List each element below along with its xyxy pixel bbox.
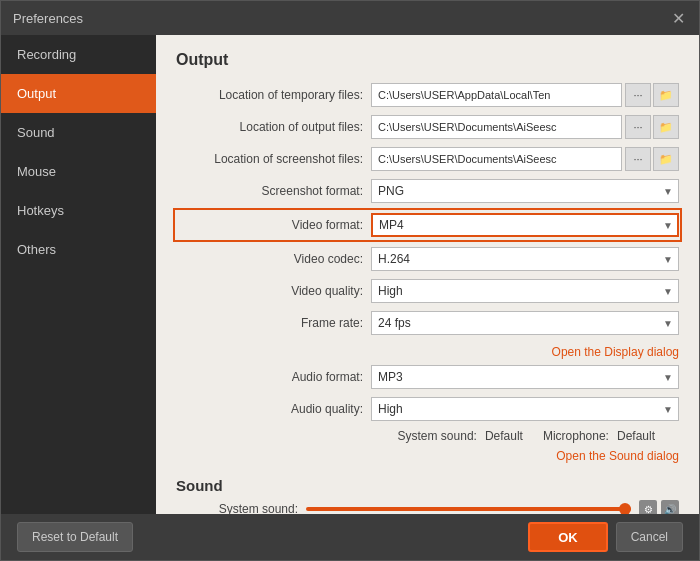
sidebar: Recording Output Sound Mouse Hotkeys Oth…: [1, 35, 156, 514]
microphone-info-label: Microphone:: [543, 429, 609, 443]
temp-files-buttons: ··· 📁: [625, 83, 679, 107]
sound-slider[interactable]: [306, 507, 631, 511]
temp-files-dots-button[interactable]: ···: [625, 83, 651, 107]
display-dialog-link-row: Open the Display dialog: [176, 345, 679, 359]
output-files-row: Location of output files: C:\Users\USER\…: [176, 115, 679, 139]
output-files-value: C:\Users\USER\Documents\AiSeesc: [371, 115, 622, 139]
video-format-select-wrap: MP4 AVI MOV FLV MKV ▼: [371, 213, 679, 237]
frame-rate-select[interactable]: 24 fps 30 fps 60 fps: [371, 311, 679, 335]
screenshot-files-folder-button[interactable]: 📁: [653, 147, 679, 171]
video-quality-select-wrap: High Medium Low ▼: [371, 279, 679, 303]
audio-quality-select-wrap: High Medium Low ▼: [371, 397, 679, 421]
screenshot-files-dots-button[interactable]: ···: [625, 147, 651, 171]
video-quality-label: Video quality:: [176, 284, 371, 298]
video-codec-select[interactable]: H.264 H.265 MPEG-4: [371, 247, 679, 271]
audio-format-label: Audio format:: [176, 370, 371, 384]
sidebar-item-hotkeys[interactable]: Hotkeys: [1, 191, 156, 230]
video-quality-row: Video quality: High Medium Low ▼: [176, 279, 679, 303]
slider-thumb: [619, 503, 631, 514]
footer: Reset to Default OK Cancel: [1, 514, 699, 560]
audio-quality-label: Audio quality:: [176, 402, 371, 416]
sidebar-item-recording[interactable]: Recording: [1, 35, 156, 74]
screenshot-format-label: Screenshot format:: [176, 184, 371, 198]
frame-rate-select-wrap: 24 fps 30 fps 60 fps ▼: [371, 311, 679, 335]
temp-files-value: C:\Users\USER\AppData\Local\Ten: [371, 83, 622, 107]
audio-format-row: Audio format: MP3 AAC WAV ▼: [176, 365, 679, 389]
system-sound-info-value: Default: [485, 429, 523, 443]
video-codec-row: Video codec: H.264 H.265 MPEG-4 ▼: [176, 247, 679, 271]
system-sound-info-row: System sound: Default Microphone: Defaul…: [176, 429, 679, 443]
title-bar: Preferences ✕: [1, 1, 699, 35]
sidebar-item-others[interactable]: Others: [1, 230, 156, 269]
video-format-label: Video format:: [176, 218, 371, 232]
footer-right: OK Cancel: [528, 522, 683, 552]
video-format-select[interactable]: MP4 AVI MOV FLV MKV: [371, 213, 679, 237]
screenshot-files-label: Location of screenshot files:: [176, 152, 371, 166]
output-files-label: Location of output files:: [176, 120, 371, 134]
sound-dialog-link-row: Open the Sound dialog: [176, 449, 679, 463]
settings-icon[interactable]: ⚙: [639, 500, 657, 514]
open-display-dialog-link[interactable]: Open the Display dialog: [552, 345, 679, 359]
close-button[interactable]: ✕: [669, 9, 687, 27]
output-files-buttons: ··· 📁: [625, 115, 679, 139]
audio-format-select-wrap: MP3 AAC WAV ▼: [371, 365, 679, 389]
audio-quality-row: Audio quality: High Medium Low ▼: [176, 397, 679, 421]
sound-slider-row: System sound: ⚙ 🔊: [176, 500, 679, 514]
section-title: Output: [176, 51, 679, 69]
sound-icons: ⚙ 🔊: [639, 500, 679, 514]
system-sound-info-label: System sound:: [398, 429, 477, 443]
screenshot-files-value: C:\Users\USER\Documents\AiSeesc: [371, 147, 622, 171]
sound-section-title: Sound: [176, 477, 679, 494]
output-files-folder-button[interactable]: 📁: [653, 115, 679, 139]
video-codec-label: Video codec:: [176, 252, 371, 266]
screenshot-format-select[interactable]: PNG JPG BMP: [371, 179, 679, 203]
reset-button[interactable]: Reset to Default: [17, 522, 133, 552]
temp-files-row: Location of temporary files: C:\Users\US…: [176, 83, 679, 107]
video-format-row: Video format: MP4 AVI MOV FLV MKV ▼: [176, 211, 679, 239]
speaker-icon[interactable]: 🔊: [661, 500, 679, 514]
temp-files-folder-button[interactable]: 📁: [653, 83, 679, 107]
main-area: Output Location of temporary files: C:\U…: [156, 35, 699, 514]
preferences-dialog: Preferences ✕ Recording Output Sound Mou…: [0, 0, 700, 561]
video-quality-select[interactable]: High Medium Low: [371, 279, 679, 303]
audio-quality-select[interactable]: High Medium Low: [371, 397, 679, 421]
screenshot-format-row: Screenshot format: PNG JPG BMP ▼: [176, 179, 679, 203]
ok-button[interactable]: OK: [528, 522, 608, 552]
sidebar-item-mouse[interactable]: Mouse: [1, 152, 156, 191]
frame-rate-row: Frame rate: 24 fps 30 fps 60 fps ▼: [176, 311, 679, 335]
audio-format-select[interactable]: MP3 AAC WAV: [371, 365, 679, 389]
video-codec-select-wrap: H.264 H.265 MPEG-4 ▼: [371, 247, 679, 271]
frame-rate-label: Frame rate:: [176, 316, 371, 330]
output-files-dots-button[interactable]: ···: [625, 115, 651, 139]
temp-files-label: Location of temporary files:: [176, 88, 371, 102]
content-area: Recording Output Sound Mouse Hotkeys Oth…: [1, 35, 699, 514]
microphone-info-value: Default: [617, 429, 655, 443]
open-sound-dialog-link[interactable]: Open the Sound dialog: [556, 449, 679, 463]
sidebar-item-output[interactable]: Output: [1, 74, 156, 113]
screenshot-format-select-wrap: PNG JPG BMP ▼: [371, 179, 679, 203]
sound-slider-label: System sound:: [176, 502, 306, 514]
screenshot-files-buttons: ··· 📁: [625, 147, 679, 171]
sidebar-item-sound[interactable]: Sound: [1, 113, 156, 152]
cancel-button[interactable]: Cancel: [616, 522, 683, 552]
dialog-title: Preferences: [13, 11, 83, 26]
screenshot-files-row: Location of screenshot files: C:\Users\U…: [176, 147, 679, 171]
